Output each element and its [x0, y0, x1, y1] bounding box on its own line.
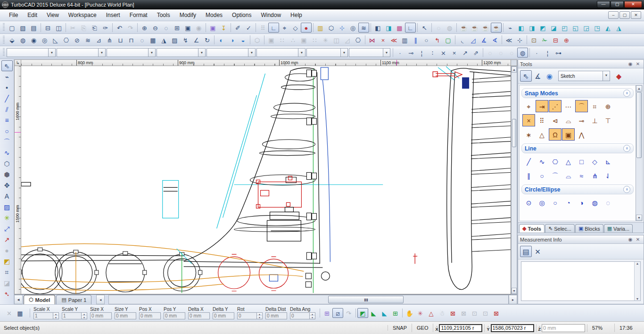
copy-icon[interactable]: ⎘ — [78, 23, 89, 33]
snap-extension-icon[interactable]: △ — [536, 128, 548, 141]
render-wireframe-icon[interactable]: ☕ — [458, 23, 469, 33]
palette-tab-blocks[interactable]: ▣Blocks — [575, 224, 603, 233]
snap-aperture-icon[interactable]: ▣ — [562, 128, 575, 141]
dimension-icon[interactable]: ⤢ — [1, 223, 13, 234]
new-icon[interactable]: ▢ — [7, 23, 17, 33]
mirror-icon[interactable]: ⋈ — [367, 35, 378, 45]
view-cube-3-icon[interactable]: ◩ — [537, 23, 548, 33]
facet-edit-icon[interactable]: ⬡ — [252, 35, 263, 45]
color-palette-icon[interactable]: ▩ — [394, 23, 405, 33]
multiline-icon[interactable]: ≡ — [1, 115, 13, 125]
pen-tool-icon[interactable]: ✐ — [232, 23, 243, 33]
selector-options-icon[interactable]: ⧄ — [332, 308, 343, 318]
parallel-line-icon[interactable]: ∥ — [522, 169, 535, 182]
menu-format[interactable]: Format — [125, 10, 152, 20]
mdi-close-button[interactable]: ✕ — [631, 11, 641, 19]
drawing-canvas[interactable] — [21, 66, 511, 294]
snap-arc-center-icon[interactable]: ⌒ — [575, 100, 588, 112]
palette-scrollbar[interactable]: ▲ ▼ — [636, 85, 642, 221]
tab-paper1[interactable]: ▤Paper 1 — [56, 295, 91, 304]
symmetry-icon[interactable]: ⊕ — [561, 35, 572, 45]
field-input[interactable] — [265, 312, 287, 319]
disc-icon[interactable]: ◉ — [28, 35, 39, 45]
zoom-window-icon[interactable]: ◌ — [161, 23, 172, 33]
surface-icon[interactable]: ▨ — [169, 35, 180, 45]
mouse-3d-icon[interactable]: ⌖ — [279, 23, 290, 33]
menu-insert[interactable]: Insert — [102, 10, 124, 20]
workplane-icon[interactable]: ◇ — [290, 23, 301, 33]
angle-edit-2-icon[interactable]: ∢ — [489, 35, 500, 45]
view-cube-1-icon[interactable]: ◧ — [516, 23, 527, 33]
circle-style-2-icon[interactable]: ◌ — [495, 48, 506, 58]
palette-close-icon[interactable]: ✕ — [634, 236, 642, 243]
palette-scroll-down-icon[interactable]: ▼ — [636, 215, 642, 221]
shell-icon[interactable]: ◎ — [39, 35, 50, 45]
field-input[interactable] — [188, 312, 210, 319]
text-icon[interactable]: A — [1, 191, 13, 201]
person-mode-icon[interactable]: ☃ — [437, 308, 447, 318]
ellipse-rotated-icon[interactable]: ◌ — [602, 196, 614, 209]
toolbox-icon[interactable]: ◆ — [613, 70, 625, 82]
coord-y-input[interactable] — [491, 324, 534, 332]
image-fill-icon[interactable]: ▨ — [1, 201, 13, 212]
horizontal-scrollbar[interactable]: ▮▮ — [108, 295, 509, 304]
arrow-ne-icon[interactable]: ↗ — [460, 48, 471, 58]
select-frame-2-icon[interactable]: ◍ — [444, 23, 455, 33]
chevron-down-icon[interactable]: ▼ — [340, 49, 347, 57]
chevron-down-icon[interactable]: ▼ — [298, 49, 305, 57]
tangent-from-arc-icon[interactable]: ⌓ — [562, 169, 575, 182]
tangent-to-circle-icon[interactable]: ○ — [536, 169, 548, 182]
field-input[interactable] — [62, 312, 82, 319]
snap-toggle[interactable]: SNAP — [388, 324, 412, 332]
paint-object-icon[interactable]: ◧ — [372, 23, 383, 33]
snap-center-icon[interactable]: ⊕ — [602, 100, 614, 112]
field-input[interactable] — [90, 312, 112, 319]
view-cube-2-icon[interactable]: ◨ — [527, 23, 537, 33]
snap-magnetic-icon[interactable]: Ω — [549, 128, 561, 141]
palette-scroll-up-icon[interactable]: ▲ — [636, 85, 642, 92]
parallel-copy-icon[interactable]: ∥ — [410, 35, 421, 45]
double-line-icon[interactable]: ⫽ — [1, 104, 13, 115]
palette-close-icon[interactable]: ✕ — [634, 61, 642, 67]
spin-down-icon[interactable]: ▼ — [53, 316, 58, 319]
point-vertical-icon[interactable]: ¦ — [416, 48, 427, 58]
boolean-union-icon[interactable]: ◐ — [216, 35, 227, 45]
vertical-scrollbar[interactable]: ▲ ▼ — [511, 66, 517, 294]
render-toggle-icon[interactable]: ≋ — [358, 23, 369, 33]
select-bounds-icon[interactable]: ⌗ — [1, 267, 13, 277]
curve-handles-icon[interactable]: ↷ — [343, 308, 354, 318]
measurement-scrollbar[interactable]: ▲▼ — [634, 262, 640, 301]
delete-measure-icon[interactable]: ✕ — [532, 246, 544, 257]
print-preview-icon[interactable]: ◫ — [53, 23, 64, 33]
scroll-right-icon[interactable]: ▸ — [509, 295, 517, 304]
prism-icon[interactable]: ⎔ — [61, 35, 72, 45]
property-combo-8[interactable]: ▼ — [349, 48, 390, 57]
property-combo-6[interactable]: ▼ — [256, 48, 305, 57]
point-a-icon[interactable]: ∙ — [531, 48, 542, 58]
chevron-down-icon[interactable]: ▼ — [603, 71, 610, 81]
property-combo-2[interactable]: ▼ — [57, 48, 106, 57]
format-painter-icon[interactable]: ✑ — [100, 23, 111, 33]
snap-vertical-icon[interactable]: ⊥ — [588, 114, 601, 126]
style-combo[interactable]: Sketch ▼ — [558, 71, 610, 81]
point-pair-icon[interactable]: ∶ — [427, 48, 438, 58]
field-input[interactable] — [290, 312, 310, 319]
vertical-scroll-thumb[interactable] — [512, 119, 516, 147]
mesh-icon[interactable]: ▦ — [148, 35, 158, 45]
view-cube-9-icon[interactable]: ◭ — [603, 23, 613, 33]
delete-selection-icon[interactable]: ✕ — [4, 308, 15, 318]
field-input[interactable] — [164, 312, 185, 319]
vertical-ruler[interactable]: 1600 mm1500 mm — [14, 66, 21, 294]
box-small-icon[interactable]: ⊡ — [469, 308, 480, 318]
spin-down-icon[interactable]: ▼ — [82, 316, 87, 319]
circle-3point-icon[interactable]: ◔ — [562, 196, 575, 209]
hatch-lines-icon[interactable]: ≪ — [388, 35, 399, 45]
shell-2-icon[interactable]: ⎔ — [353, 35, 363, 45]
snap-projection-icon[interactable]: ⊲ — [549, 114, 561, 126]
array-radial-icon[interactable]: ✳ — [320, 35, 331, 45]
no-snap-icon[interactable]: ⌖ — [522, 100, 535, 112]
array-grid-2-icon[interactable]: ∷ — [309, 35, 320, 45]
array-polar-icon[interactable]: ∴ — [288, 35, 298, 45]
palette-scroll-thumb[interactable] — [636, 92, 642, 158]
menu-help[interactable]: Help — [286, 10, 306, 20]
